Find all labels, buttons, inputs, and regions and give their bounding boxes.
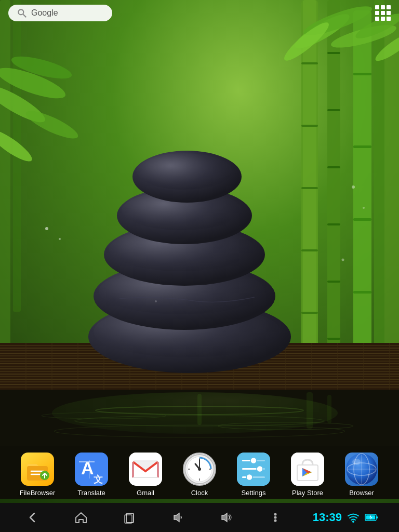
gmail-label: Gmail bbox=[137, 489, 154, 497]
filebrowser-icon bbox=[21, 453, 54, 486]
back-button[interactable] bbox=[21, 506, 44, 529]
volume-down-icon bbox=[171, 510, 185, 525]
filebrowser-label: FileBrowser bbox=[20, 489, 56, 497]
svg-rect-150 bbox=[376, 516, 378, 518]
svg-rect-17 bbox=[353, 73, 371, 75]
app-filebrowser[interactable]: FileBrowser bbox=[14, 453, 61, 497]
translate-icon: A 文 bbox=[75, 453, 108, 486]
svg-line-97 bbox=[23, 15, 26, 18]
svg-point-94 bbox=[342, 259, 344, 261]
svg-point-145 bbox=[274, 513, 277, 516]
svg-point-120 bbox=[198, 468, 201, 471]
svg-point-96 bbox=[18, 9, 23, 15]
home-button[interactable] bbox=[70, 506, 92, 529]
home-icon bbox=[74, 510, 88, 525]
playstore-icon bbox=[291, 453, 324, 486]
volume-down-button[interactable] bbox=[167, 506, 190, 529]
svg-rect-18 bbox=[353, 145, 371, 148]
volume-up-button[interactable] bbox=[215, 506, 238, 529]
svg-rect-15 bbox=[327, 338, 340, 340]
back-icon bbox=[25, 510, 39, 525]
wifi-icon bbox=[347, 512, 360, 523]
svg-rect-11 bbox=[327, 109, 340, 111]
browser-label: Browser bbox=[349, 489, 374, 497]
app-translate[interactable]: A 文 Translate bbox=[68, 453, 115, 497]
svg-point-89 bbox=[137, 153, 232, 190]
svg-rect-14 bbox=[327, 281, 340, 283]
recents-button[interactable] bbox=[118, 506, 141, 529]
clock-label: Clock bbox=[191, 489, 208, 497]
translate-label: Translate bbox=[77, 489, 105, 497]
navbar: 13:39 bbox=[0, 503, 399, 532]
svg-text:A: A bbox=[81, 458, 94, 478]
more-icon bbox=[268, 510, 283, 525]
svg-rect-79 bbox=[327, 395, 331, 423]
app-clock[interactable]: Clock bbox=[176, 453, 223, 497]
svg-point-130 bbox=[246, 474, 252, 480]
more-button[interactable] bbox=[264, 506, 287, 529]
svg-rect-77 bbox=[197, 394, 202, 425]
svg-rect-10 bbox=[327, 52, 340, 54]
search-bar[interactable]: Google bbox=[8, 5, 112, 21]
app-playstore[interactable]: Play Store bbox=[284, 453, 331, 497]
svg-point-90 bbox=[45, 227, 48, 230]
browser-icon bbox=[345, 453, 378, 486]
battery-icon bbox=[365, 513, 378, 522]
svg-point-95 bbox=[155, 300, 157, 302]
settings-icon bbox=[237, 453, 270, 486]
playstore-label: Play Store bbox=[292, 489, 323, 497]
app-browser[interactable]: Browser bbox=[338, 453, 385, 497]
clock-icon-img bbox=[183, 453, 216, 486]
svg-point-91 bbox=[59, 238, 61, 240]
svg-rect-24 bbox=[0, 0, 10, 364]
status-bar: 13:39 bbox=[313, 511, 378, 524]
svg-rect-78 bbox=[307, 392, 313, 429]
svg-rect-76 bbox=[52, 392, 338, 434]
svg-point-93 bbox=[363, 207, 365, 209]
svg-rect-19 bbox=[353, 218, 371, 221]
svg-rect-6 bbox=[301, 249, 318, 251]
dock: FileBrowser A 文 Translate bbox=[0, 446, 399, 503]
svg-rect-7 bbox=[301, 312, 318, 314]
svg-rect-3 bbox=[301, 62, 318, 64]
search-text: Google bbox=[31, 8, 58, 18]
svg-rect-5 bbox=[301, 187, 318, 189]
svg-point-142 bbox=[352, 459, 361, 465]
apps-grid-button[interactable] bbox=[375, 5, 391, 21]
svg-point-147 bbox=[274, 520, 277, 522]
search-icon bbox=[17, 8, 27, 18]
volume-up-icon bbox=[219, 510, 234, 525]
gmail-icon bbox=[129, 453, 162, 486]
svg-rect-20 bbox=[353, 291, 371, 294]
svg-point-124 bbox=[250, 457, 257, 463]
time-display: 13:39 bbox=[313, 511, 342, 524]
svg-point-146 bbox=[274, 516, 277, 519]
svg-rect-13 bbox=[327, 223, 340, 225]
topbar: Google bbox=[0, 0, 399, 26]
svg-text:文: 文 bbox=[94, 474, 103, 485]
svg-point-92 bbox=[352, 185, 355, 189]
svg-point-148 bbox=[352, 521, 354, 523]
svg-point-127 bbox=[257, 466, 263, 472]
svg-rect-12 bbox=[327, 166, 340, 168]
svg-rect-4 bbox=[301, 125, 318, 127]
recents-icon bbox=[122, 510, 137, 525]
settings-label: Settings bbox=[242, 489, 266, 497]
app-settings[interactable]: Settings bbox=[230, 453, 277, 497]
app-gmail[interactable]: Gmail bbox=[122, 453, 169, 497]
